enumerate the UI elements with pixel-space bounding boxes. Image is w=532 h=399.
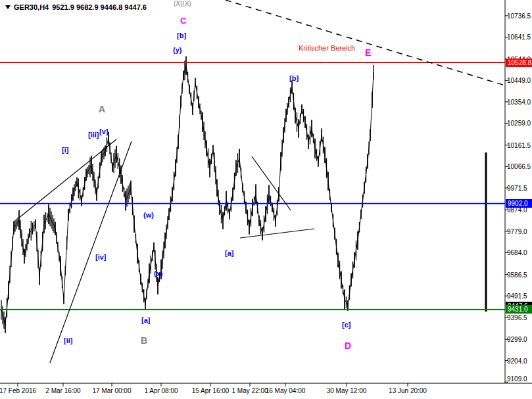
price-axis-label: 10161.5 [507, 142, 531, 149]
wave-label[interactable]: [v] [99, 128, 108, 135]
symbol-dropdown-icon[interactable] [5, 5, 11, 9]
wave-label[interactable]: [iii] [88, 131, 99, 139]
left-steep-trendline[interactable] [50, 141, 132, 363]
price-axis-label: 9109.0 [507, 375, 527, 383]
wave-label[interactable]: [c] [342, 321, 351, 329]
price-axis-label: 10354.0 [507, 99, 531, 106]
wave-label[interactable]: E [365, 48, 371, 57]
wave-label[interactable]: [b] [289, 75, 299, 82]
wave-label[interactable]: [iv] [95, 254, 107, 261]
chart-title: GER30,H4 9521.9 9682.9 9446.8 9447.6 [5, 3, 147, 11]
chart-window: GER30,H4 9521.9 9682.9 9446.8 9447.6 (X)… [0, 0, 532, 399]
time-axis-label: 17 Mar 00:00 [93, 387, 132, 394]
mid-ascending-trendline[interactable] [240, 229, 314, 238]
price-axis-label: 9586.5 [507, 271, 527, 279]
price-axis-label: 10641.5 [507, 34, 531, 41]
time-axis-label: 16 May 04:00 [266, 387, 306, 394]
price-axis-label: 10449.0 [507, 77, 531, 84]
chart-canvas [0, 0, 532, 399]
wave-label[interactable]: (w) [143, 212, 154, 219]
wave-label[interactable]: [a] [141, 317, 150, 324]
time-axis-label: 13 Jun 20:00 [389, 387, 427, 394]
descending-dashed-trendline[interactable] [226, 0, 505, 85]
ohlc-values: 9521.9 9682.9 9446.8 9447.6 [52, 3, 147, 11]
wave-label[interactable]: A [99, 105, 105, 114]
time-axis-label: 15 Apr 16:00 [192, 387, 230, 394]
support-line-tag: 9431.0 [506, 305, 532, 314]
time-axis-label: 1 May 22:00 [231, 387, 268, 394]
wave-label[interactable]: D [345, 341, 351, 350]
price-axis-label: 10736.5 [507, 12, 531, 20]
mid-line-tag: 9902.0 [506, 199, 532, 208]
wave-label[interactable]: C [180, 16, 186, 25]
time-axis-label: 1 Apr 08:00 [144, 387, 178, 394]
wave-label[interactable]: [b] [177, 32, 186, 39]
wave-label[interactable]: (x) [154, 270, 162, 277]
wave-label[interactable]: (X)(X) [174, 1, 191, 7]
price-axis-label: 9491.5 [507, 293, 527, 300]
price-axis-label: 9204.0 [507, 358, 527, 365]
price-path [1, 66, 374, 325]
wave-label[interactable]: [i] [62, 147, 68, 154]
price-axis-label: 9684.0 [507, 249, 527, 256]
wave-label[interactable]: [a] [225, 250, 233, 257]
time-axis-label: 17 Feb 2016 [0, 387, 36, 394]
price-axis-label: 9299.0 [507, 336, 527, 343]
time-axis-label: 2 Mar 16:00 [45, 387, 80, 394]
resistance-line-tag: 10528.8 [506, 59, 532, 67]
wave-label[interactable]: (y) [173, 47, 181, 54]
price-axis-label: 9396.5 [507, 314, 527, 321]
price-axis-label: 10259.0 [507, 120, 531, 127]
time-axis-label: 30 May 12:00 [327, 387, 367, 394]
wave-label[interactable]: [ii] [64, 337, 72, 344]
price-axis-label: 9971.5 [507, 185, 527, 192]
wave-label[interactable]: B [141, 336, 147, 345]
price-axis-label: 9779.0 [507, 228, 527, 235]
symbol-timeframe-label: GER30,H4 [14, 3, 49, 11]
price-axis-label: 10066.5 [507, 163, 531, 170]
wave-label[interactable]: Kritischer Bereich [299, 45, 355, 52]
